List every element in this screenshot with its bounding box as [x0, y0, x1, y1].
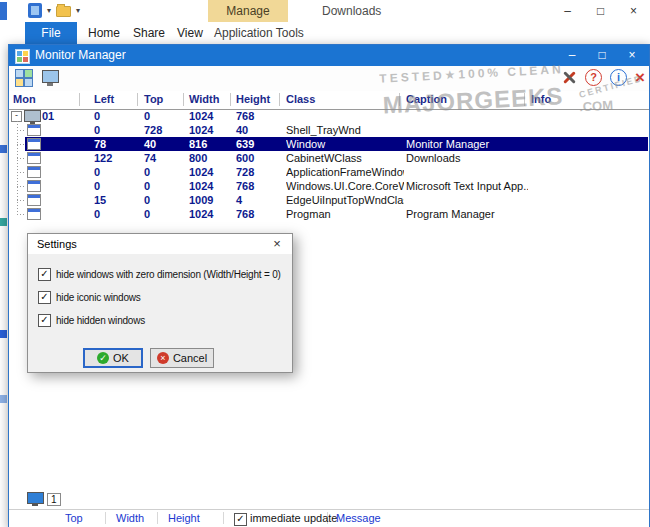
checkbox[interactable]: ✓	[38, 314, 51, 327]
desktop-icon[interactable]	[0, 2, 7, 20]
column-header-caption[interactable]: Caption	[406, 93, 447, 105]
cancel-button[interactable]: × Cancel	[150, 348, 214, 368]
explorer-app-icon[interactable]	[28, 3, 42, 18]
dialog-checkbox-row[interactable]: ✓hide windows with zero dimension (Width…	[38, 268, 281, 281]
table-row[interactable]: 7840816639WindowMonitor Manager	[9, 137, 649, 151]
immediate-update-checkbox[interactable]: ✓	[234, 513, 247, 526]
column-header-class[interactable]: Class	[286, 93, 315, 105]
column-separator	[79, 93, 80, 106]
column-separator	[399, 93, 400, 106]
settings-wrench-icon[interactable]	[560, 69, 577, 86]
close-button[interactable]: ×	[617, 45, 647, 66]
table-row[interactable]: 001024768ProgmanProgram Manager	[9, 207, 649, 221]
cell-width: 816	[189, 138, 207, 150]
column-separator	[183, 93, 184, 106]
window-icon	[27, 124, 41, 136]
table-row[interactable]: 0728102440Shell_TrayWnd	[9, 123, 649, 137]
tree-connector	[17, 214, 26, 215]
cell-height: 4	[236, 194, 242, 206]
table-row[interactable]: 12274800600CabinetWClassDownloads	[9, 151, 649, 165]
app-icon	[15, 49, 30, 64]
window-icon	[27, 152, 41, 164]
status-column-width[interactable]: Width	[116, 512, 144, 524]
cell-width: 1024	[189, 180, 213, 192]
status-separator	[105, 512, 106, 524]
tab-application-tools[interactable]: Application Tools	[214, 22, 304, 44]
help-icon[interactable]: ?	[585, 69, 602, 86]
column-header-height[interactable]: Height	[236, 93, 270, 105]
cell-width: 1024	[189, 110, 213, 122]
qat-customize-icon[interactable]: ▾	[76, 6, 80, 15]
maximize-button[interactable]: □	[587, 45, 617, 66]
desktop-icon[interactable]	[0, 395, 7, 403]
close-button[interactable]: ×	[617, 0, 650, 22]
status-separator	[223, 512, 224, 524]
info-icon[interactable]: i	[610, 69, 627, 86]
column-separator	[524, 93, 525, 106]
monitors-grid-icon[interactable]	[15, 69, 33, 87]
refresh-monitors-icon[interactable]	[41, 69, 59, 87]
cell-width: 800	[189, 152, 207, 164]
ok-check-icon: ✓	[97, 352, 109, 364]
status-column-height[interactable]: Height	[168, 512, 200, 524]
tree-connector	[17, 158, 26, 159]
cell-class: Windows.UI.Core.CoreW...	[286, 180, 404, 192]
table-row[interactable]: 001024768Windows.UI.Core.CoreW...Microso…	[9, 179, 649, 193]
table-row[interactable]: 001024728ApplicationFrameWindow	[9, 165, 649, 179]
status-column-message[interactable]: Message	[336, 512, 381, 524]
quick-access-toolbar: ▾ ▾	[28, 3, 80, 18]
column-header-width[interactable]: Width	[189, 93, 219, 105]
tab-share[interactable]: Share	[133, 22, 165, 44]
explorer-window-controls: – □ ×	[551, 0, 650, 22]
dialog-checkbox-row[interactable]: ✓hide hidden windows	[38, 314, 145, 327]
ok-button[interactable]: ✓ OK	[83, 348, 143, 368]
desktop-icon[interactable]	[0, 145, 7, 153]
table-row[interactable]: -01001024768	[9, 109, 649, 123]
column-header-top[interactable]: Top	[144, 93, 163, 105]
desktop-icon[interactable]	[0, 330, 7, 338]
tab-manage[interactable]: Manage	[208, 0, 288, 22]
dialog-checkbox-row[interactable]: ✓hide iconic windows	[38, 291, 141, 304]
cell-height: 768	[236, 208, 254, 220]
folder-icon[interactable]	[56, 6, 71, 17]
status-column-top[interactable]: Top	[65, 512, 83, 524]
checkbox[interactable]: ✓	[38, 291, 51, 304]
explorer-title: Downloads	[322, 0, 381, 22]
column-header-info[interactable]: Info	[531, 93, 551, 105]
maximize-button[interactable]: □	[584, 0, 617, 22]
column-header-left[interactable]: Left	[94, 93, 114, 105]
minimize-button[interactable]: –	[557, 45, 587, 66]
tree-connector	[17, 186, 26, 187]
tab-home[interactable]: Home	[88, 22, 120, 44]
desktop-icon[interactable]	[0, 218, 7, 226]
checkbox[interactable]: ✓	[38, 268, 51, 281]
window-tree-table: -010010247680728102440Shell_TrayWnd78408…	[9, 109, 649, 224]
chevron-down-icon[interactable]: ▾	[47, 6, 51, 15]
table-row[interactable]: 15010094EdgeUiInputTopWndClass	[9, 193, 649, 207]
exit-icon[interactable]: ×	[635, 69, 645, 86]
tree-connector	[17, 130, 26, 131]
cell-top: 0	[144, 166, 150, 178]
cell-left: 122	[94, 152, 112, 164]
app-toolbar: ? i ×	[9, 66, 649, 91]
cell-class: EdgeUiInputTopWndClass	[286, 194, 404, 206]
cell-height: 40	[236, 124, 248, 136]
minimize-button[interactable]: –	[551, 0, 584, 22]
cell-left: 0	[94, 208, 100, 220]
dialog-close-icon[interactable]: ×	[262, 234, 292, 254]
cell-top: 728	[144, 124, 162, 136]
monitor-icon	[24, 110, 41, 122]
window-icon	[27, 208, 41, 220]
app-title: Monitor Manager	[35, 45, 126, 66]
cell-top: 0	[144, 110, 150, 122]
column-separator	[230, 93, 231, 106]
cell-left: 78	[94, 138, 106, 150]
monitor-label: 01	[42, 110, 54, 122]
column-header-mon[interactable]: Mon	[13, 93, 36, 105]
cell-height: 600	[236, 152, 254, 164]
app-window-controls: – □ ×	[557, 45, 647, 66]
tab-view[interactable]: View	[177, 22, 203, 44]
cell-class: Shell_TrayWnd	[286, 124, 404, 136]
tab-file[interactable]: File	[25, 22, 77, 44]
monitor-count-item[interactable]: 1	[27, 492, 61, 506]
